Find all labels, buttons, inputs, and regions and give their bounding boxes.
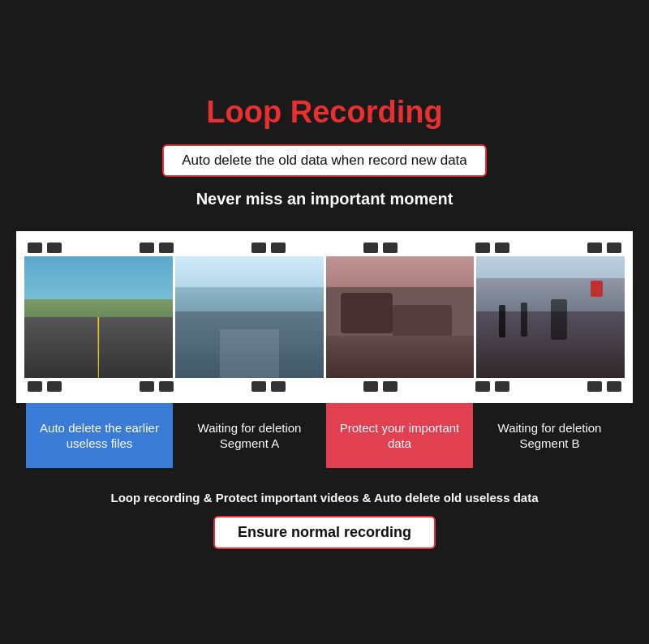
sprocket (47, 381, 62, 392)
sprocket (140, 243, 154, 253)
film-photo-traffic (326, 256, 475, 378)
film-photos (24, 256, 625, 378)
sprocket (383, 243, 398, 253)
film-sprockets-top (24, 243, 625, 253)
page-title: Loop Recording (206, 95, 442, 130)
sprocket (607, 381, 621, 392)
sprocket (363, 243, 378, 253)
sprocket (251, 243, 266, 253)
tagline: Never miss an important moment (196, 190, 453, 208)
sprocket (159, 381, 174, 392)
sprocket (47, 243, 62, 253)
sprocket (475, 381, 490, 392)
sprocket (475, 243, 490, 253)
sprocket (28, 243, 42, 253)
sprocket (587, 381, 602, 392)
sprocket (495, 381, 509, 392)
film-photo-road1 (24, 256, 173, 378)
ensure-box: Ensure normal recording (213, 516, 436, 549)
sprocket (271, 381, 286, 392)
sprocket (28, 381, 42, 392)
sprocket (140, 381, 154, 392)
main-container: Loop Recording Auto delete the old data … (16, 95, 633, 549)
sprocket (607, 243, 621, 253)
film-photo-road2 (175, 256, 324, 378)
footer-text: Loop recording & Protect important video… (110, 491, 538, 504)
sprocket (159, 243, 174, 253)
film-photo-street (476, 256, 625, 378)
labels-row: Auto delete the earlier useless files Wa… (16, 403, 633, 468)
sprocket (271, 243, 286, 253)
label-auto-delete: Auto delete the earlier useless files (26, 403, 173, 468)
sprocket (383, 381, 398, 392)
label-waiting-b: Waiting for deletion Segment B (476, 403, 623, 468)
subtitle-text: Auto delete the old data when record new… (182, 152, 467, 168)
sprocket (363, 381, 378, 392)
ensure-label: Ensure normal recording (238, 524, 411, 540)
label-waiting-a: Waiting for deletion Segment A (176, 403, 323, 468)
subtitle-box: Auto delete the old data when record new… (162, 144, 487, 177)
label-protect: Protect your important data (326, 403, 473, 468)
film-strip (16, 231, 633, 403)
film-sprockets-bottom (24, 381, 625, 392)
sprocket (251, 381, 266, 392)
sprocket (495, 243, 509, 253)
sprocket (587, 243, 602, 253)
